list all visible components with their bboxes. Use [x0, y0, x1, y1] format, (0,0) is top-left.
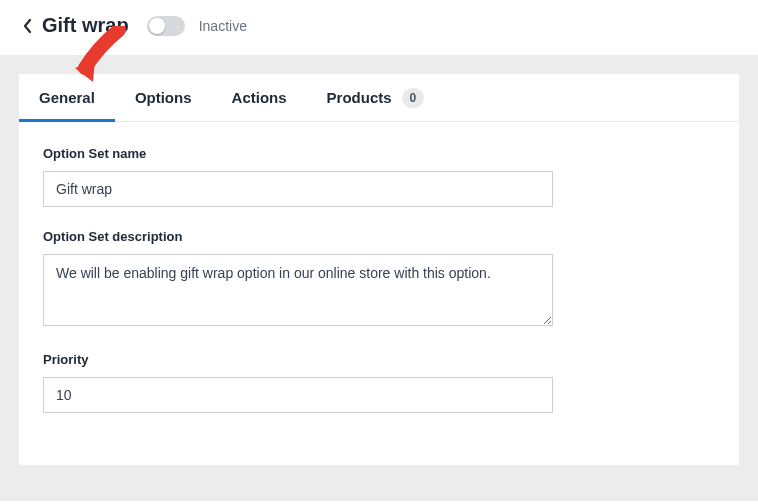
label-option-set-name: Option Set name [43, 146, 715, 161]
label-priority: Priority [43, 352, 715, 367]
tab-options[interactable]: Options [135, 74, 192, 121]
field-option-set-description: Option Set description We will be enabli… [43, 229, 715, 330]
tab-products-label: Products [327, 89, 392, 106]
status-toggle-wrap: Inactive [147, 16, 247, 36]
field-option-set-name: Option Set name [43, 146, 715, 207]
textarea-option-set-description[interactable]: We will be enabling gift wrap option in … [43, 254, 553, 326]
status-label: Inactive [199, 18, 247, 34]
tab-products[interactable]: Products 0 [327, 74, 425, 121]
page-header: Gift wrap Inactive [0, 0, 758, 55]
page-title: Gift wrap [42, 14, 129, 37]
input-priority[interactable] [43, 377, 553, 413]
status-toggle[interactable] [147, 16, 185, 36]
tab-actions[interactable]: Actions [232, 74, 287, 121]
back-button[interactable] [20, 18, 36, 34]
input-option-set-name[interactable] [43, 171, 553, 207]
tabs-bar: General Options Actions Products 0 [19, 74, 739, 122]
settings-panel: General Options Actions Products 0 Optio… [18, 73, 740, 466]
products-count-badge: 0 [402, 88, 425, 108]
label-option-set-description: Option Set description [43, 229, 715, 244]
toggle-knob [149, 18, 165, 34]
form-body: Option Set name Option Set description W… [19, 122, 739, 465]
content-stage: General Options Actions Products 0 Optio… [0, 55, 758, 501]
tab-general[interactable]: General [39, 74, 95, 121]
field-priority: Priority [43, 352, 715, 413]
